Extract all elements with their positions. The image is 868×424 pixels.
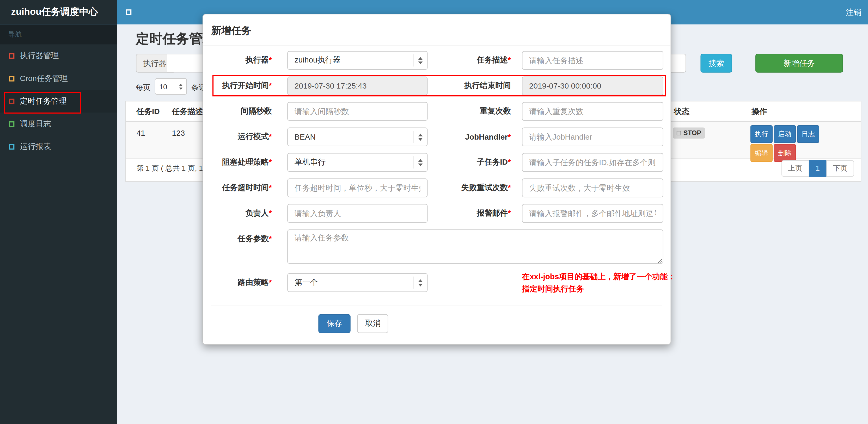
sidebar-item-schedule-log[interactable]: 调度日志: [0, 112, 117, 135]
pagination: 上页 1 下页: [781, 160, 854, 177]
child-job-input[interactable]: [522, 153, 663, 172]
end-time-input[interactable]: [522, 76, 663, 95]
square-icon: [9, 144, 14, 149]
end-time-field-label: 执行结束时间: [428, 81, 522, 91]
job-handler-field-label: JobHandler*: [428, 133, 522, 141]
start-time-field-label: 执行开始时间*: [203, 81, 287, 91]
executor-select-value: zuihou执行器: [294, 56, 341, 65]
add-task-button[interactable]: 新增任务: [755, 54, 843, 72]
alarm-email-field-label: 报警邮件*: [428, 208, 522, 218]
square-icon: [9, 121, 14, 127]
author-input[interactable]: [287, 204, 428, 223]
job-param-textarea[interactable]: [287, 229, 663, 264]
route-strategy-select-value: 第一个: [294, 278, 318, 288]
job-desc-field-label: 任务描述*: [428, 56, 522, 65]
sidebar: 导航 执行器管理 Cron任务管理 定时任务管理 调度日志 运行报表: [0, 25, 117, 424]
square-toggle-icon: [126, 9, 131, 15]
retry-field-label: 失败重试次数*: [428, 183, 522, 193]
select-arrows-icon: [413, 276, 423, 289]
search-button[interactable]: 搜索: [701, 54, 732, 72]
run-button[interactable]: 执行: [750, 125, 773, 143]
glue-type-select-value: BEAN: [294, 133, 316, 141]
pagination-info: 第 1 页 ( 总共 1 页, 1: [136, 164, 203, 173]
next-page-button[interactable]: 下页: [826, 160, 854, 177]
block-strategy-field-label: 阻塞处理策略*: [203, 157, 287, 167]
repeat-input[interactable]: [522, 102, 663, 121]
row-actions: 执行启动日志 编辑删除: [750, 125, 823, 163]
retry-input[interactable]: [522, 178, 663, 197]
executor-select[interactable]: zuihou执行器: [287, 51, 428, 70]
author-field-label: 负责人*: [203, 208, 287, 218]
interval-field-label: 间隔秒数: [203, 106, 287, 117]
route-strategy-select[interactable]: 第一个: [287, 273, 428, 292]
job-desc-input[interactable]: [522, 51, 663, 70]
modal-footer: 保存 取消: [211, 305, 662, 333]
modal-body: 执行器* zuihou执行器 任务描述* 执行开始时间* 执行结束时间 间隔秒数: [203, 45, 671, 295]
sidebar-item-label: 定时任务管理: [20, 96, 67, 106]
select-arrows-icon: [177, 80, 183, 93]
repeat-field-label: 重复次数: [428, 106, 522, 117]
interval-input[interactable]: [287, 102, 428, 121]
cell-task-desc: 123: [172, 129, 185, 137]
route-strategy-field-label: 路由策略*: [203, 278, 287, 288]
glue-type-select[interactable]: BEAN: [287, 127, 428, 146]
page-1-button[interactable]: 1: [809, 160, 826, 177]
sidebar-item-run-report[interactable]: 运行报表: [0, 135, 117, 158]
job-param-field-label: 任务参数*: [203, 229, 287, 244]
sidebar-item-label: 执行器管理: [20, 51, 59, 61]
alarm-email-input[interactable]: [522, 204, 663, 223]
child-job-field-label: 子任务ID*: [428, 157, 522, 167]
feature-note-line2: 指定时间执行任务: [522, 283, 675, 295]
timeout-field-label: 任务超时时间*: [203, 183, 287, 193]
prev-page-button[interactable]: 上页: [781, 160, 809, 177]
sidebar-item-label: 调度日志: [20, 119, 51, 129]
column-header-task-desc: 任务描述: [172, 101, 203, 122]
square-icon: [9, 98, 14, 104]
select-arrows-icon: [413, 131, 423, 143]
save-button[interactable]: 保存: [318, 314, 350, 333]
sidebar-item-label: 运行报表: [20, 142, 51, 152]
sidebar-item-timed-task-mgmt[interactable]: 定时任务管理: [0, 90, 117, 112]
app-root: zuihou任务调度中心 注销 导航 执行器管理 Cron任务管理 定时任务管理…: [0, 0, 868, 424]
glue-type-field-label: 运行模式*: [203, 132, 287, 142]
block-strategy-select[interactable]: 单机串行: [287, 153, 428, 172]
square-icon: [9, 75, 14, 81]
feature-note: 在xxl-jobs项目的基础上，新增了一个功能： 指定时间执行任务: [428, 270, 676, 295]
sidebar-section-label: 导航: [0, 25, 117, 44]
status-badge: STOP: [673, 127, 705, 138]
column-header-actions: 操作: [751, 101, 767, 122]
select-arrows-icon: [413, 156, 423, 168]
edit-button[interactable]: 编辑: [750, 144, 773, 162]
per-page-label: 每页: [136, 83, 150, 93]
sidebar-item-executor-mgmt[interactable]: 执行器管理: [0, 44, 117, 67]
add-task-modal: 新增任务 执行器* zuihou执行器 任务描述* 执行开始时间* 执行结束时间: [203, 14, 671, 345]
timeout-input[interactable]: [287, 178, 428, 197]
modal-header: 新增任务: [203, 14, 671, 45]
start-button[interactable]: 启动: [774, 125, 796, 143]
start-time-input[interactable]: [287, 76, 428, 95]
column-header-task-id: 任务ID: [136, 101, 159, 122]
logout-link[interactable]: 注销: [846, 0, 862, 25]
column-header-status: 状态: [674, 101, 689, 122]
per-page-value: 10: [159, 82, 167, 91]
status-badge-label: STOP: [683, 129, 701, 137]
square-status-icon: [677, 131, 681, 135]
cancel-button[interactable]: 取消: [358, 314, 389, 333]
sidebar-item-cron-task-mgmt[interactable]: Cron任务管理: [0, 67, 117, 90]
job-handler-input[interactable]: [522, 127, 663, 146]
sidebar-item-label: Cron任务管理: [20, 73, 68, 83]
log-button[interactable]: 日志: [797, 125, 819, 143]
executor-field-label: 执行器*: [203, 56, 287, 65]
feature-note-line1: 在xxl-jobs项目的基础上，新增了一个功能：: [522, 270, 675, 283]
cell-task-id: 41: [136, 129, 145, 137]
block-strategy-select-value: 单机串行: [294, 157, 326, 167]
delete-button[interactable]: 删除: [774, 144, 796, 162]
app-brand: zuihou任务调度中心: [0, 0, 117, 25]
square-icon: [9, 53, 14, 58]
sidebar-toggle-button[interactable]: [117, 0, 142, 25]
modal-title: 新增任务: [211, 25, 251, 36]
per-page-select[interactable]: 10: [155, 78, 187, 95]
select-arrows-icon: [413, 55, 423, 67]
